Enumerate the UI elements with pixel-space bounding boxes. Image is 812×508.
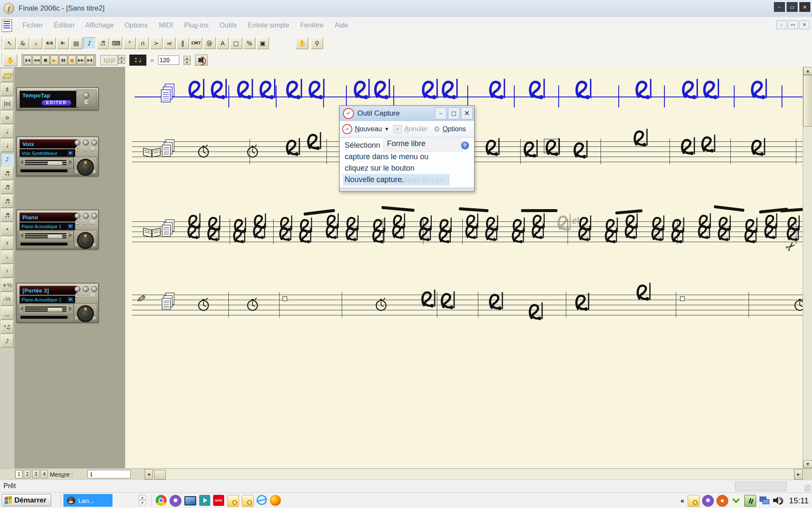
note-glyph[interactable] — [751, 137, 767, 157]
horizontal-scroll-track[interactable] — [153, 469, 793, 480]
menu-dition[interactable]: Édition — [48, 19, 80, 32]
articulation-tool[interactable]: > — [150, 37, 162, 49]
pan-knob[interactable] — [77, 232, 94, 249]
ie-icon[interactable] — [257, 495, 267, 505]
quarter-note[interactable]: ♩ — [1, 139, 14, 152]
note-glyph[interactable] — [441, 290, 457, 310]
note-glyph[interactable] — [279, 225, 293, 242]
led-e[interactable] — [74, 140, 80, 146]
menu-plug-ins[interactable]: Plug-ins — [178, 19, 214, 32]
flat[interactable]: ♭ — [1, 251, 14, 264]
note-glyph[interactable] — [237, 78, 255, 100]
natural[interactable]: ♮ — [1, 265, 14, 278]
portee3-instrument-dropdown[interactable]: Piano Acoustique 1▼ — [19, 295, 75, 304]
note-glyph[interactable] — [703, 78, 721, 100]
toolbar-handle[interactable] — [1, 37, 2, 50]
outlook-icon[interactable] — [227, 495, 239, 507]
menu-aide[interactable]: Aide — [329, 19, 354, 32]
eraser-tool[interactable] — [1, 69, 14, 82]
repeat-tool[interactable]: ‖ — [177, 37, 189, 49]
note-glyph[interactable] — [701, 134, 717, 153]
led-s[interactable] — [83, 140, 89, 146]
options-button[interactable]: Options — [442, 125, 466, 133]
note-glyph[interactable] — [764, 223, 778, 240]
note-glyph[interactable] — [307, 131, 323, 151]
note-glyph[interactable] — [346, 225, 359, 242]
note-glyph[interactable] — [485, 225, 499, 242]
minimize-button[interactable]: – — [774, 2, 785, 12]
led-m[interactable] — [91, 140, 97, 146]
augmentation-dot[interactable]: • — [1, 223, 14, 236]
menu-affichage[interactable]: Affichage — [80, 19, 119, 32]
voix-instrument-dropdown[interactable]: Voix Synthétiseur▼ — [19, 149, 75, 157]
outlook-icon[interactable] — [242, 495, 254, 507]
staff-tool[interactable]: & — [17, 37, 29, 49]
note-glyph[interactable] — [211, 78, 229, 100]
sixtyfourth-note[interactable]: ♬ — [1, 195, 14, 208]
note-glyph[interactable] — [744, 227, 758, 244]
note-glyph[interactable] — [392, 223, 406, 240]
tempo-up-button[interactable]: ▲ — [184, 56, 191, 60]
forward-button[interactable]: ▶▶ — [77, 55, 85, 65]
pan-knob[interactable] — [77, 159, 94, 176]
raise-half-step[interactable]: +½ — [1, 279, 14, 292]
half-note[interactable]: ♩ — [1, 125, 14, 138]
simple-entry-tool[interactable]: ♪ — [83, 37, 96, 49]
note-glyph[interactable] — [372, 227, 386, 244]
note-glyph[interactable] — [465, 223, 479, 240]
note-glyph[interactable] — [718, 225, 732, 242]
page-button-2[interactable]: 2 — [24, 470, 31, 478]
page-button-1[interactable]: 1 — [15, 470, 22, 478]
restore-button[interactable]: ▭ — [787, 2, 798, 12]
note-glyph[interactable] — [442, 78, 460, 100]
tray-orange-icon[interactable] — [716, 495, 728, 507]
zoom-tool[interactable]: ⚲ — [311, 37, 323, 49]
tray-bittorrent-icon[interactable] — [702, 495, 714, 507]
tray-download-icon[interactable] — [731, 495, 742, 506]
taskbar-item-gimp[interactable]: Lan... — [63, 494, 112, 507]
double-whole-note[interactable]: |o| — [1, 97, 14, 110]
page-button-4[interactable]: 4 — [41, 470, 48, 478]
led-e[interactable] — [74, 213, 80, 219]
monitor-icon[interactable] — [184, 496, 196, 505]
sixteenth-note[interactable]: ♬ — [1, 167, 14, 180]
note-glyph[interactable] — [486, 137, 502, 157]
note-glyph[interactable] — [207, 225, 221, 242]
tempo-down-button[interactable]: ▼ — [184, 61, 191, 65]
menu-fen-tre[interactable]: Fenêtre — [295, 19, 329, 32]
clock-note-glyph[interactable] — [246, 142, 260, 159]
note-glyph[interactable] — [636, 282, 653, 301]
scroll-down-button[interactable]: ▼ — [803, 460, 812, 468]
note-glyph[interactable] — [512, 227, 526, 244]
note-glyph[interactable] — [308, 78, 327, 100]
clock-note-glyph[interactable] — [793, 295, 803, 312]
note-glyph[interactable] — [529, 301, 545, 321]
start-button[interactable]: Démarrer — [2, 494, 51, 506]
rewind-button[interactable]: ◀◀ — [33, 55, 41, 65]
go-to-end-button[interactable]: ▶▮ — [86, 55, 94, 65]
note-glyph[interactable] — [681, 136, 697, 156]
clock-note-glyph[interactable] — [197, 295, 211, 312]
vertical-scroll-thumb[interactable] — [803, 75, 812, 127]
menu-options[interactable]: Options — [119, 19, 153, 32]
expression-tool[interactable]: mf — [163, 37, 176, 49]
scroll-up-button[interactable]: ▲ — [803, 67, 812, 75]
capture-close-button[interactable]: ✕ — [461, 107, 473, 119]
led-m[interactable] — [91, 213, 97, 219]
playback-toolbar-handle[interactable] — [1, 53, 2, 65]
horizontal-scroll-thumb[interactable] — [154, 470, 166, 480]
chrome-icon[interactable] — [156, 495, 167, 506]
position-up-button[interactable]: ▲ — [118, 55, 125, 59]
note-glyph[interactable] — [635, 78, 654, 100]
note-glyph[interactable] — [233, 227, 247, 244]
hyperscribe-glove-button[interactable]: ✋ — [3, 54, 17, 66]
led-s[interactable] — [83, 286, 89, 292]
capture-minimize-button[interactable]: – — [435, 107, 447, 119]
note-glyph[interactable] — [605, 227, 619, 244]
slider-thumb[interactable] — [47, 234, 63, 239]
key-signature-tool[interactable]: ♭ — [30, 37, 42, 49]
bittorrent-icon[interactable] — [170, 495, 181, 507]
note-glyph[interactable] — [634, 128, 650, 147]
note-glyph[interactable] — [259, 78, 278, 100]
pan-knob[interactable] — [77, 305, 94, 322]
